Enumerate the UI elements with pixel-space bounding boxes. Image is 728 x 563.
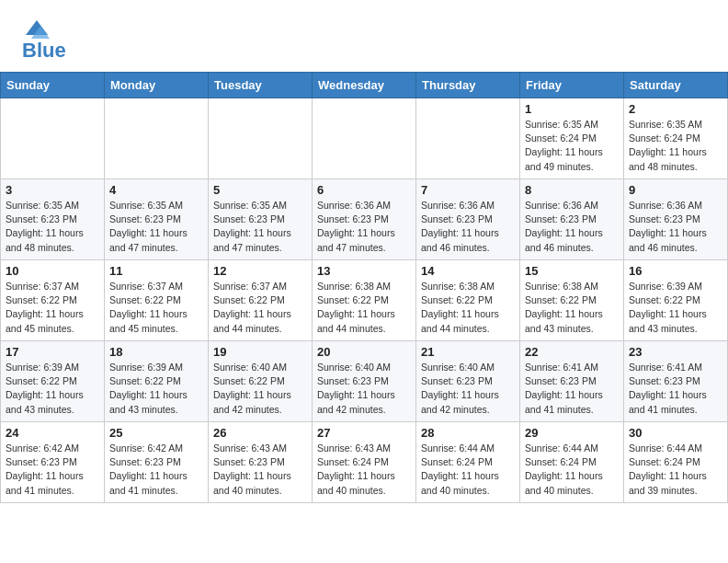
calendar-cell: 30Sunrise: 6:44 AM Sunset: 6:24 PM Dayli… bbox=[624, 422, 728, 503]
calendar-cell: 6Sunrise: 6:36 AM Sunset: 6:23 PM Daylig… bbox=[313, 179, 416, 260]
day-info: Sunrise: 6:40 AM Sunset: 6:23 PM Dayligh… bbox=[317, 361, 411, 417]
day-number: 20 bbox=[317, 345, 411, 359]
day-number: 22 bbox=[525, 345, 619, 359]
day-number: 8 bbox=[525, 183, 619, 197]
day-of-week-header: Saturday bbox=[624, 73, 728, 98]
calendar-cell bbox=[416, 98, 520, 179]
calendar-week-row: 3Sunrise: 6:35 AM Sunset: 6:23 PM Daylig… bbox=[1, 179, 728, 260]
calendar-cell: 19Sunrise: 6:40 AM Sunset: 6:22 PM Dayli… bbox=[209, 341, 313, 422]
day-of-week-header: Tuesday bbox=[209, 73, 313, 98]
day-of-week-header: Wednesday bbox=[313, 73, 416, 98]
calendar-week-row: 10Sunrise: 6:37 AM Sunset: 6:22 PM Dayli… bbox=[1, 260, 728, 341]
day-number: 24 bbox=[6, 426, 99, 440]
day-info: Sunrise: 6:37 AM Sunset: 6:22 PM Dayligh… bbox=[6, 280, 99, 336]
day-info: Sunrise: 6:41 AM Sunset: 6:23 PM Dayligh… bbox=[629, 361, 722, 417]
day-info: Sunrise: 6:39 AM Sunset: 6:22 PM Dayligh… bbox=[109, 361, 203, 417]
day-info: Sunrise: 6:36 AM Sunset: 6:23 PM Dayligh… bbox=[421, 199, 515, 255]
day-number: 13 bbox=[317, 264, 411, 278]
calendar-cell: 16Sunrise: 6:39 AM Sunset: 6:22 PM Dayli… bbox=[624, 260, 728, 341]
calendar-cell: 1Sunrise: 6:35 AM Sunset: 6:24 PM Daylig… bbox=[520, 98, 624, 179]
day-number: 15 bbox=[525, 264, 619, 278]
day-number: 26 bbox=[213, 426, 307, 440]
day-number: 2 bbox=[629, 102, 722, 116]
day-info: Sunrise: 6:39 AM Sunset: 6:22 PM Dayligh… bbox=[629, 280, 722, 336]
day-info: Sunrise: 6:39 AM Sunset: 6:22 PM Dayligh… bbox=[6, 361, 99, 417]
calendar-cell: 3Sunrise: 6:35 AM Sunset: 6:23 PM Daylig… bbox=[1, 179, 105, 260]
logo: Blue bbox=[22, 17, 66, 63]
day-number: 16 bbox=[629, 264, 722, 278]
calendar-cell: 26Sunrise: 6:43 AM Sunset: 6:23 PM Dayli… bbox=[209, 422, 313, 503]
page-header: Blue bbox=[0, 0, 728, 72]
day-info: Sunrise: 6:40 AM Sunset: 6:22 PM Dayligh… bbox=[213, 361, 307, 417]
day-info: Sunrise: 6:35 AM Sunset: 6:24 PM Dayligh… bbox=[629, 118, 722, 174]
calendar-cell: 11Sunrise: 6:37 AM Sunset: 6:22 PM Dayli… bbox=[105, 260, 209, 341]
calendar-week-row: 1Sunrise: 6:35 AM Sunset: 6:24 PM Daylig… bbox=[1, 98, 728, 179]
day-number: 10 bbox=[6, 264, 99, 278]
day-number: 5 bbox=[213, 183, 307, 197]
calendar-cell: 10Sunrise: 6:37 AM Sunset: 6:22 PM Dayli… bbox=[1, 260, 105, 341]
day-of-week-header: Thursday bbox=[416, 73, 520, 98]
day-info: Sunrise: 6:40 AM Sunset: 6:23 PM Dayligh… bbox=[421, 361, 515, 417]
calendar-cell: 13Sunrise: 6:38 AM Sunset: 6:22 PM Dayli… bbox=[313, 260, 416, 341]
calendar-cell: 29Sunrise: 6:44 AM Sunset: 6:24 PM Dayli… bbox=[520, 422, 624, 503]
day-number: 9 bbox=[629, 183, 722, 197]
logo-blue-text: Blue bbox=[22, 39, 66, 62]
calendar-cell: 7Sunrise: 6:36 AM Sunset: 6:23 PM Daylig… bbox=[416, 179, 520, 260]
calendar-cell: 20Sunrise: 6:40 AM Sunset: 6:23 PM Dayli… bbox=[313, 341, 416, 422]
day-number: 6 bbox=[317, 183, 411, 197]
day-info: Sunrise: 6:44 AM Sunset: 6:24 PM Dayligh… bbox=[421, 442, 515, 498]
day-number: 28 bbox=[421, 426, 515, 440]
day-number: 12 bbox=[213, 264, 307, 278]
calendar-cell: 4Sunrise: 6:35 AM Sunset: 6:23 PM Daylig… bbox=[105, 179, 209, 260]
calendar-cell: 23Sunrise: 6:41 AM Sunset: 6:23 PM Dayli… bbox=[624, 341, 728, 422]
day-number: 14 bbox=[421, 264, 515, 278]
day-number: 27 bbox=[317, 426, 411, 440]
calendar-cell: 15Sunrise: 6:38 AM Sunset: 6:22 PM Dayli… bbox=[520, 260, 624, 341]
day-number: 3 bbox=[6, 183, 99, 197]
day-info: Sunrise: 6:38 AM Sunset: 6:22 PM Dayligh… bbox=[421, 280, 515, 336]
day-number: 11 bbox=[109, 264, 203, 278]
day-info: Sunrise: 6:37 AM Sunset: 6:22 PM Dayligh… bbox=[109, 280, 203, 336]
day-number: 17 bbox=[6, 345, 99, 359]
day-info: Sunrise: 6:37 AM Sunset: 6:22 PM Dayligh… bbox=[213, 280, 307, 336]
day-number: 19 bbox=[213, 345, 307, 359]
calendar-header-row: SundayMondayTuesdayWednesdayThursdayFrid… bbox=[1, 73, 728, 98]
day-number: 29 bbox=[525, 426, 619, 440]
day-info: Sunrise: 6:44 AM Sunset: 6:24 PM Dayligh… bbox=[525, 442, 619, 498]
day-number: 18 bbox=[109, 345, 203, 359]
day-info: Sunrise: 6:35 AM Sunset: 6:23 PM Dayligh… bbox=[6, 199, 99, 255]
calendar-cell: 27Sunrise: 6:43 AM Sunset: 6:24 PM Dayli… bbox=[313, 422, 416, 503]
day-number: 30 bbox=[629, 426, 722, 440]
calendar-cell bbox=[1, 98, 105, 179]
day-info: Sunrise: 6:35 AM Sunset: 6:23 PM Dayligh… bbox=[213, 199, 307, 255]
calendar-cell: 12Sunrise: 6:37 AM Sunset: 6:22 PM Dayli… bbox=[209, 260, 313, 341]
calendar-cell bbox=[105, 98, 209, 179]
calendar-cell: 21Sunrise: 6:40 AM Sunset: 6:23 PM Dayli… bbox=[416, 341, 520, 422]
calendar-cell: 2Sunrise: 6:35 AM Sunset: 6:24 PM Daylig… bbox=[624, 98, 728, 179]
calendar-cell: 18Sunrise: 6:39 AM Sunset: 6:22 PM Dayli… bbox=[105, 341, 209, 422]
calendar-week-row: 24Sunrise: 6:42 AM Sunset: 6:23 PM Dayli… bbox=[1, 422, 728, 503]
calendar-cell: 24Sunrise: 6:42 AM Sunset: 6:23 PM Dayli… bbox=[1, 422, 105, 503]
day-number: 1 bbox=[525, 102, 619, 116]
day-of-week-header: Monday bbox=[105, 73, 209, 98]
day-number: 21 bbox=[421, 345, 515, 359]
day-info: Sunrise: 6:43 AM Sunset: 6:23 PM Dayligh… bbox=[213, 442, 307, 498]
day-info: Sunrise: 6:38 AM Sunset: 6:22 PM Dayligh… bbox=[525, 280, 619, 336]
calendar-cell: 9Sunrise: 6:36 AM Sunset: 6:23 PM Daylig… bbox=[624, 179, 728, 260]
day-info: Sunrise: 6:35 AM Sunset: 6:24 PM Dayligh… bbox=[525, 118, 619, 174]
day-info: Sunrise: 6:44 AM Sunset: 6:24 PM Dayligh… bbox=[629, 442, 722, 498]
day-number: 4 bbox=[109, 183, 203, 197]
day-info: Sunrise: 6:35 AM Sunset: 6:23 PM Dayligh… bbox=[109, 199, 203, 255]
day-number: 7 bbox=[421, 183, 515, 197]
day-info: Sunrise: 6:38 AM Sunset: 6:22 PM Dayligh… bbox=[317, 280, 411, 336]
day-number: 25 bbox=[109, 426, 203, 440]
day-number: 23 bbox=[629, 345, 722, 359]
day-info: Sunrise: 6:42 AM Sunset: 6:23 PM Dayligh… bbox=[109, 442, 203, 498]
calendar-cell: 8Sunrise: 6:36 AM Sunset: 6:23 PM Daylig… bbox=[520, 179, 624, 260]
day-of-week-header: Friday bbox=[520, 73, 624, 98]
day-info: Sunrise: 6:42 AM Sunset: 6:23 PM Dayligh… bbox=[6, 442, 99, 498]
calendar-cell: 22Sunrise: 6:41 AM Sunset: 6:23 PM Dayli… bbox=[520, 341, 624, 422]
day-info: Sunrise: 6:36 AM Sunset: 6:23 PM Dayligh… bbox=[629, 199, 722, 255]
calendar-cell: 14Sunrise: 6:38 AM Sunset: 6:22 PM Dayli… bbox=[416, 260, 520, 341]
calendar-cell: 28Sunrise: 6:44 AM Sunset: 6:24 PM Dayli… bbox=[416, 422, 520, 503]
